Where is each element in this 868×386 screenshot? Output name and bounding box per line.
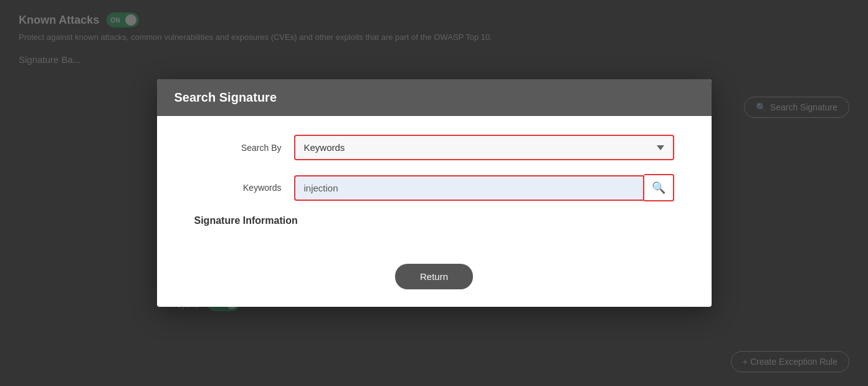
modal-footer: Return (157, 258, 712, 307)
search-signature-modal: Search Signature Search By Keywords CVE … (157, 79, 712, 307)
modal-body: Search By Keywords CVE ID Signature ID K… (157, 116, 712, 258)
keywords-row: Keywords 🔍 (194, 174, 674, 201)
return-btn-label: Return (420, 271, 448, 282)
return-button[interactable]: Return (395, 264, 473, 289)
search-execute-button[interactable]: 🔍 (644, 174, 674, 201)
search-by-label: Search By (194, 143, 294, 153)
modal-overlay: Search Signature Search By Keywords CVE … (0, 0, 868, 386)
modal-title: Search Signature (174, 90, 277, 104)
search-by-select[interactable]: Keywords CVE ID Signature ID (294, 135, 674, 160)
signature-info-title: Signature Information (194, 215, 674, 226)
keywords-label: Keywords (194, 183, 294, 193)
keywords-control: 🔍 (294, 174, 674, 201)
keywords-input[interactable] (294, 175, 644, 201)
search-execute-icon: 🔍 (652, 181, 665, 195)
modal-header: Search Signature (157, 79, 712, 116)
search-by-row: Search By Keywords CVE ID Signature ID (194, 135, 674, 160)
search-by-control: Keywords CVE ID Signature ID (294, 135, 674, 160)
